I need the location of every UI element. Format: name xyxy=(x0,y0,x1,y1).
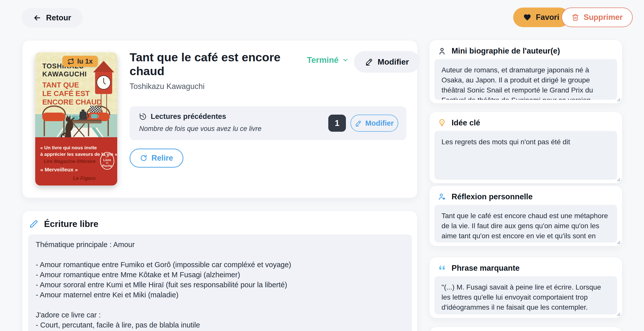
back-button[interactable]: Retour xyxy=(21,8,83,28)
arrow-left-icon xyxy=(33,14,42,22)
previous-reads-count: 1 xyxy=(328,115,346,132)
delete-button[interactable]: Supprimer xyxy=(561,8,633,27)
reread-button[interactable]: Relire xyxy=(130,149,183,168)
free-writing-card: Écriture libre Thématique principale : A… xyxy=(22,211,418,331)
author-bio-title: Mini biographie de l'auteur(e) xyxy=(452,46,560,56)
resize-handle[interactable] xyxy=(615,239,621,245)
back-label: Retour xyxy=(46,13,71,22)
chevron-down-icon xyxy=(342,57,349,63)
free-writing-textarea[interactable]: Thématique principale : Amour - Amour ro… xyxy=(28,234,412,331)
lightbulb-icon xyxy=(438,119,446,127)
cover-title-line2: LE CAFÉ EST xyxy=(42,89,90,98)
memorable-quote-textarea[interactable]: "(...) M. Fusagi savait à peine lire et … xyxy=(434,276,617,314)
key-idea-textarea[interactable]: Les regrets des mots qui n'ont pas été d… xyxy=(434,131,617,180)
status-dropdown[interactable]: Terminé xyxy=(305,55,350,65)
cover-title-line1: TANT QUE xyxy=(42,81,79,89)
book-cover: TOSHIKAZU KAWAGUCHI TANT QUE LE CAFÉ EST… xyxy=(35,52,117,185)
svg-text:Le: Le xyxy=(106,155,109,158)
cover-author-line2: KAWAGUCHI xyxy=(42,70,87,78)
reread-label: Relire xyxy=(151,154,173,163)
book-author: Toshikazu Kawaguchi xyxy=(130,82,311,91)
next-card-partial xyxy=(429,327,622,331)
heart-icon xyxy=(523,13,531,21)
read-count-badge: lu 1x xyxy=(62,56,98,67)
edit-reads-button[interactable]: Modifier xyxy=(350,115,398,132)
user-heart-icon xyxy=(438,193,446,201)
cover-quote2-source: Le Figaro xyxy=(73,175,96,181)
status-label: Terminé xyxy=(307,55,339,65)
cover-title-line3: ENCORE CHAUD xyxy=(42,98,102,106)
quote-icon xyxy=(438,264,446,272)
cover-quote1-line1: « Un livre qui nous invite xyxy=(40,145,97,150)
cover-quote1-source: Lire Magazine littéraire xyxy=(44,159,96,164)
cover-quote2: « Merveilleux » xyxy=(40,167,78,172)
author-bio-card: Mini biographie de l'auteur(e) Auteur de… xyxy=(429,40,622,104)
refresh-icon xyxy=(140,154,147,162)
book-title: Tant que le café est encore chaud xyxy=(130,51,311,78)
personal-reflection-card: Réflexion personnelle Tant que le café e… xyxy=(429,185,622,246)
free-writing-title: Écriture libre xyxy=(44,219,98,229)
pencil-icon xyxy=(29,220,38,228)
read-count-badge-label: lu 1x xyxy=(77,58,93,65)
key-idea-card: Idée clé Les regrets des mots qui n'ont … xyxy=(429,112,622,183)
previous-reads-box: Lectures précédentes Nombre de fois que … xyxy=(130,106,406,140)
personal-reflection-title: Réflexion personnelle xyxy=(452,192,533,201)
resize-handle[interactable] xyxy=(615,96,621,102)
edit-book-button[interactable]: Modifier xyxy=(354,51,420,73)
pen-underline-icon xyxy=(355,120,362,127)
key-idea-title: Idée clé xyxy=(452,118,480,127)
personal-reflection-textarea[interactable]: Tant que le café est encore chaud est un… xyxy=(434,205,617,243)
favorite-button[interactable]: Favori xyxy=(513,8,569,27)
resize-handle[interactable] xyxy=(615,311,621,316)
trash-icon xyxy=(572,14,579,21)
history-icon xyxy=(139,113,147,120)
favorite-label: Favori xyxy=(536,13,559,22)
memorable-quote-card: Phrase marquante "(...) M. Fusagi savait… xyxy=(429,257,622,318)
memorable-quote-title: Phrase marquante xyxy=(452,264,520,273)
repeat-icon xyxy=(67,58,74,65)
delete-label: Supprimer xyxy=(584,13,623,22)
previous-reads-title: Lectures précédentes xyxy=(151,112,226,121)
resize-handle[interactable] xyxy=(615,176,621,182)
previous-reads-subtitle: Nombre de fois que vous avez lu ce livre xyxy=(139,125,261,133)
svg-text:Poche: Poche xyxy=(102,164,112,168)
edit-book-label: Modifier xyxy=(378,57,409,67)
svg-text:Livre: Livre xyxy=(103,158,111,162)
edit-reads-label: Modifier xyxy=(365,119,394,127)
author-bio-textarea[interactable]: Auteur de romans, et dramaturge japonais… xyxy=(434,59,617,100)
pen-underline-icon xyxy=(365,58,373,66)
user-icon xyxy=(438,47,446,55)
book-card: TOSHIKAZU KAWAGUCHI TANT QUE LE CAFÉ EST… xyxy=(22,40,418,198)
